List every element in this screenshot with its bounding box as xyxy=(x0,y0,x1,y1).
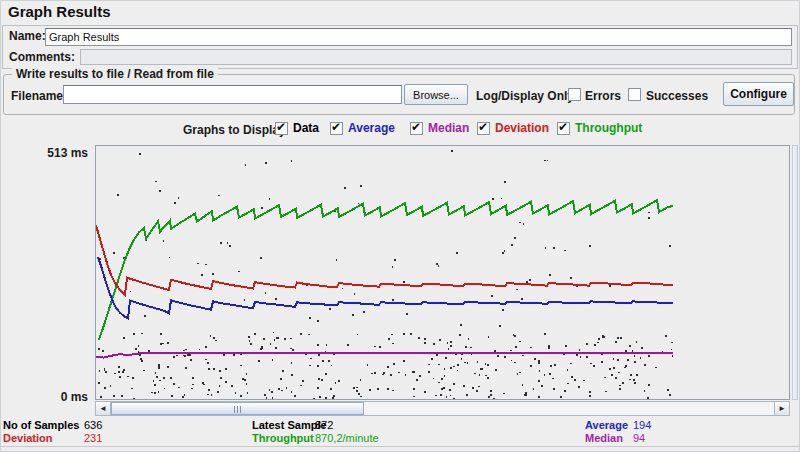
scrollbar-track[interactable] xyxy=(111,402,774,415)
graphs-to-display-label: Graphs to Display xyxy=(183,123,286,137)
data-option-label: Data xyxy=(293,121,319,135)
successes-checkbox[interactable] xyxy=(628,88,641,101)
filename-input[interactable] xyxy=(63,85,402,104)
y-axis-min-label: 0 ms xyxy=(16,390,88,404)
data-checkbox-icon[interactable] xyxy=(275,122,288,135)
average-value: 194 xyxy=(633,419,651,431)
scrollbar-thumb[interactable] xyxy=(111,402,364,415)
average-option-label: Average xyxy=(348,121,395,135)
graph-option-throughput[interactable]: Throughput xyxy=(557,121,642,135)
deviation-value: 231 xyxy=(84,432,102,444)
deviation-label: Deviation xyxy=(3,432,53,444)
bottom-divider xyxy=(0,446,800,447)
average-checkbox-icon[interactable] xyxy=(330,122,343,135)
throughput-checkbox-icon[interactable] xyxy=(557,122,570,135)
graph-option-median[interactable]: Median xyxy=(410,121,469,135)
name-label: Name: xyxy=(9,29,46,43)
graph-plot xyxy=(95,145,790,400)
errors-checkbox[interactable] xyxy=(568,88,581,101)
page-title: Graph Results xyxy=(8,3,111,20)
deviation-checkbox-icon[interactable] xyxy=(477,122,490,135)
filename-label: Filename xyxy=(11,89,63,103)
graph-option-data[interactable]: Data xyxy=(275,121,319,135)
median-checkbox-icon[interactable] xyxy=(410,122,423,135)
scroll-left-arrow-icon: ◄ xyxy=(99,404,107,413)
graph-canvas xyxy=(96,146,789,399)
latest-sample-value: 872 xyxy=(315,419,333,431)
graph-results-window: Graph Results Name: Comments: Write resu… xyxy=(0,0,800,452)
median-label: Median xyxy=(585,432,623,444)
comments-input[interactable] xyxy=(80,49,792,65)
throughput-label: Throughput xyxy=(252,432,314,444)
deviation-option-label: Deviation xyxy=(495,121,549,135)
no-of-samples-value: 636 xyxy=(84,419,102,431)
graph-option-average[interactable]: Average xyxy=(330,121,395,135)
name-comments-panel: Name: Comments: xyxy=(2,25,798,69)
horizontal-scrollbar[interactable]: ◄ ► xyxy=(95,401,790,416)
median-option-label: Median xyxy=(428,121,469,135)
thumb-grip-icon xyxy=(234,406,242,413)
results-file-group: Write results to file / Read from file F… xyxy=(3,74,795,115)
throughput-value: 870,2/minute xyxy=(315,432,379,444)
comments-label: Comments: xyxy=(9,50,75,64)
graph-option-deviation[interactable]: Deviation xyxy=(477,121,549,135)
throughput-option-label: Throughput xyxy=(575,121,642,135)
average-label: Average xyxy=(585,419,628,431)
vertical-scrollbar[interactable] xyxy=(792,145,798,400)
scroll-right-button[interactable]: ► xyxy=(774,402,789,415)
successes-checkbox-label[interactable]: Successes xyxy=(646,89,708,103)
log-display-only-label: Log/Display Only: xyxy=(476,89,578,103)
y-axis-max-label: 513 ms xyxy=(16,146,88,160)
median-value: 94 xyxy=(633,432,645,444)
scroll-right-arrow-icon: ► xyxy=(778,404,786,413)
name-input[interactable] xyxy=(45,28,792,46)
no-of-samples-label: No of Samples xyxy=(3,419,79,431)
errors-checkbox-label[interactable]: Errors xyxy=(585,89,621,103)
configure-button[interactable]: Configure xyxy=(723,82,794,106)
browse-button[interactable]: Browse... xyxy=(404,84,468,105)
results-file-group-title: Write results to file / Read from file xyxy=(12,67,218,81)
scroll-left-button[interactable]: ◄ xyxy=(96,402,111,415)
